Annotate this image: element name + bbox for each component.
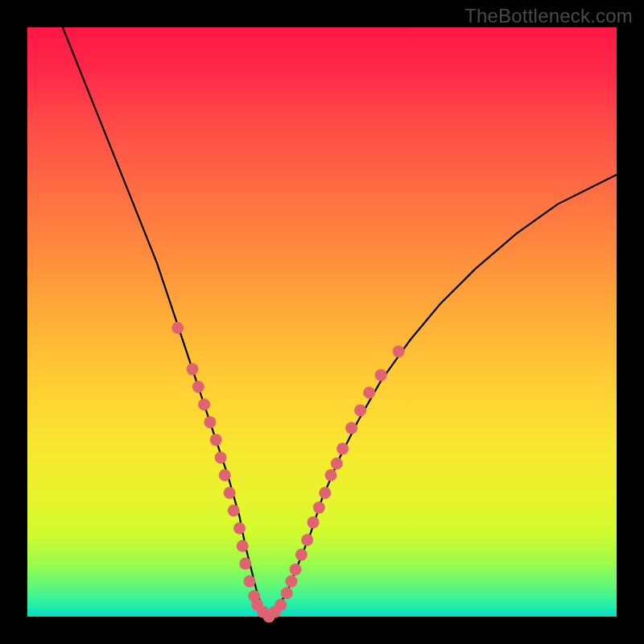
marker-dot	[275, 599, 287, 611]
marker-dot	[224, 487, 236, 499]
marker-dot	[171, 322, 184, 334]
marker-dot	[308, 516, 320, 528]
watermark-text: TheBottleneck.com	[464, 5, 633, 27]
curve-svg	[27, 27, 617, 617]
marker-dot	[319, 487, 331, 499]
marker-dot	[375, 369, 387, 381]
marker-dot	[215, 452, 227, 464]
marker-dot	[313, 502, 325, 514]
marker-dot	[336, 443, 349, 455]
marker-dot	[244, 576, 256, 588]
marker-dot	[393, 345, 405, 357]
marker-dot	[285, 576, 297, 588]
marker-dot	[354, 404, 366, 416]
marker-dot	[219, 469, 231, 481]
marker-dot	[239, 558, 251, 570]
marker-dot	[301, 534, 313, 546]
plot-area	[27, 27, 617, 617]
marker-dot	[331, 457, 343, 469]
marker-dot	[325, 469, 337, 481]
marker-dot	[233, 522, 246, 535]
marker-dot	[204, 416, 216, 428]
marker-dot	[290, 564, 302, 576]
marker-dot	[198, 398, 210, 411]
chart-frame: TheBottleneck.com	[0, 0, 644, 644]
marker-dot	[295, 549, 308, 561]
marker-dot	[363, 386, 375, 398]
marker-dot	[281, 587, 293, 599]
marker-dot	[210, 434, 222, 446]
bottleneck-curve	[63, 27, 617, 617]
marker-dot	[187, 363, 199, 375]
marker-dot	[192, 381, 204, 393]
marker-dot	[345, 422, 357, 434]
highlight-markers	[171, 322, 405, 623]
marker-dot	[237, 540, 249, 552]
marker-dot	[228, 505, 240, 517]
